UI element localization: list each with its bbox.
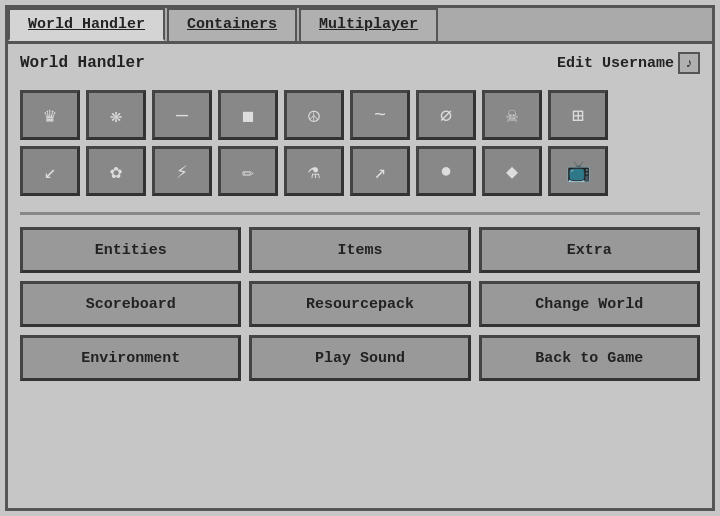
icon-grid: ♛ ❋ — ◼ ☮ ~ ∅ ☠ ⊞ ↙ ✿ ⚡ ✏ ⚗ ↗ ● ◆ 📺 (20, 90, 700, 196)
environment-button[interactable]: Environment (20, 335, 241, 381)
divider-1 (20, 212, 700, 215)
icon-flower[interactable]: ✿ (86, 146, 146, 196)
entities-button[interactable]: Entities (20, 227, 241, 273)
extra-button[interactable]: Extra (479, 227, 700, 273)
icon-grid[interactable]: ⊞ (548, 90, 608, 140)
main-content: ♛ ❋ — ◼ ☮ ~ ∅ ☠ ⊞ ↙ ✿ ⚡ ✏ ⚗ ↗ ● ◆ 📺 (8, 82, 712, 508)
icon-empty-set[interactable]: ∅ (416, 90, 476, 140)
icon-dash[interactable]: — (152, 90, 212, 140)
change-world-button[interactable]: Change World (479, 281, 700, 327)
icon-skull[interactable]: ☠ (482, 90, 542, 140)
icon-tilde[interactable]: ~ (350, 90, 410, 140)
icon-peace[interactable]: ☮ (284, 90, 344, 140)
icon-row-1: ♛ ❋ — ◼ ☮ ~ ∅ ☠ ⊞ (20, 90, 700, 140)
edit-username-label: Edit Username (557, 55, 674, 72)
icon-crown[interactable]: ♛ (20, 90, 80, 140)
tab-bar: World Handler Containers Multiplayer (8, 8, 712, 44)
edit-username-area: Edit Username ♪ (557, 52, 700, 74)
header: World Handler Edit Username ♪ (8, 44, 712, 82)
action-row-3: Environment Play Sound Back to Game (20, 335, 700, 381)
play-sound-button[interactable]: Play Sound (249, 335, 470, 381)
tab-world-handler[interactable]: World Handler (8, 8, 165, 41)
items-button[interactable]: Items (249, 227, 470, 273)
window: World Handler Containers Multiplayer Wor… (5, 5, 715, 511)
icon-flask[interactable]: ⚗ (284, 146, 344, 196)
icon-pencil[interactable]: ✏ (218, 146, 278, 196)
edit-username-button[interactable]: ♪ (678, 52, 700, 74)
icon-diamond[interactable]: ◆ (482, 146, 542, 196)
icon-snowflake[interactable]: ❋ (86, 90, 146, 140)
action-row-2: Scoreboard Resourcepack Change World (20, 281, 700, 327)
tab-containers[interactable]: Containers (167, 8, 297, 41)
icon-arrow-down-left[interactable]: ↙ (20, 146, 80, 196)
tab-multiplayer[interactable]: Multiplayer (299, 8, 438, 41)
resourcepack-button[interactable]: Resourcepack (249, 281, 470, 327)
icon-square[interactable]: ◼ (218, 90, 278, 140)
icon-tv[interactable]: 📺 (548, 146, 608, 196)
action-row-1: Entities Items Extra (20, 227, 700, 273)
icon-lightning[interactable]: ⚡ (152, 146, 212, 196)
icon-arrow-up-right[interactable]: ↗ (350, 146, 410, 196)
scoreboard-button[interactable]: Scoreboard (20, 281, 241, 327)
icon-circle[interactable]: ● (416, 146, 476, 196)
page-title: World Handler (20, 54, 145, 72)
back-to-game-button[interactable]: Back to Game (479, 335, 700, 381)
icon-row-2: ↙ ✿ ⚡ ✏ ⚗ ↗ ● ◆ 📺 (20, 146, 700, 196)
